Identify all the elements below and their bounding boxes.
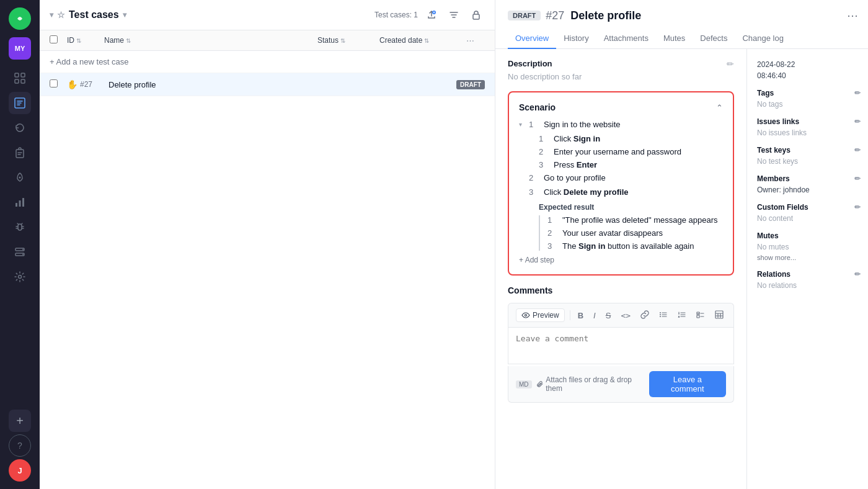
created-sort-icon[interactable]: ⇅ — [424, 37, 429, 44]
main-area: ▾ ☆ Test cases ▾ Test cases: 1 — [40, 0, 868, 489]
tab-changelog[interactable]: Change log — [735, 29, 791, 49]
select-all-checkbox[interactable] — [50, 35, 58, 43]
relations-value: No relations — [757, 281, 861, 290]
sidebar-item-tests[interactable] — [9, 92, 31, 114]
upload-button[interactable] — [423, 6, 440, 24]
col-header-name[interactable]: Name ⇅ — [104, 36, 317, 45]
my-workspace-avatar[interactable]: MY — [9, 37, 31, 60]
svg-rect-1 — [15, 73, 19, 77]
sidebar-item-server[interactable] — [9, 241, 31, 263]
relations-edit-icon[interactable]: ✏ — [854, 270, 861, 279]
test-keys-label: Test keys ✏ — [757, 146, 861, 155]
sub-step-num: 3 — [547, 241, 557, 251]
detail-more-menu[interactable]: ⋯ — [847, 9, 858, 22]
description-section: Description No description so far ✏ — [508, 59, 734, 81]
tab-defects[interactable]: Defects — [693, 29, 735, 49]
description-edit-icon[interactable]: ✏ — [727, 59, 734, 69]
sub-step-text: Press Enter — [554, 160, 597, 169]
detail-body: Description No description so far ✏ Scen… — [495, 49, 868, 489]
members-edit-icon[interactable]: ✏ — [854, 174, 861, 183]
scenario-header: Scenario ⌃ — [519, 102, 723, 112]
sub-step-num: 1 — [539, 134, 549, 143]
sidebar-item-add[interactable]: + — [9, 410, 31, 432]
detail-title: #27 Delete profile — [546, 9, 842, 22]
table-row[interactable]: ✋ #27 Delete profile DRAFT — [40, 73, 495, 96]
sidebar-item-rocket[interactable] — [9, 166, 31, 189]
col-more-menu[interactable]: ⋯ — [466, 36, 485, 45]
italic-button[interactable]: I — [591, 310, 598, 321]
custom-fields-edit-icon[interactable]: ✏ — [854, 203, 861, 212]
expected-step-item: 2 Your user avatar disappears — [547, 228, 723, 238]
sidebar-item-help[interactable]: ? — [9, 434, 31, 457]
col-header-id[interactable]: ID ⇅ — [67, 36, 104, 45]
sidebar-item-refresh[interactable] — [9, 117, 31, 139]
svg-point-21 — [660, 316, 661, 317]
custom-fields-value: No content — [757, 214, 861, 223]
svg-point-18 — [525, 315, 527, 316]
step-toggle-icon[interactable]: ▾ — [519, 189, 529, 195]
custom-fields-section: Custom Fields ✏ No content — [757, 203, 861, 223]
panel-collapse-btn[interactable]: ▾ — [50, 11, 53, 19]
preview-button[interactable]: Preview — [516, 308, 565, 322]
sidebar-item-dashboard[interactable] — [9, 67, 31, 89]
comment-input[interactable] — [508, 327, 734, 364]
tab-overview[interactable]: Overview — [508, 29, 556, 49]
col-header-created[interactable]: Created date ⇅ — [379, 36, 466, 45]
tab-attachments[interactable]: Attachments — [596, 29, 656, 49]
test-keys-edit-icon[interactable]: ✏ — [854, 146, 861, 155]
code-button[interactable]: <> — [618, 310, 633, 321]
issues-label: Issues links ✏ — [757, 117, 861, 126]
add-step-button[interactable]: + Add step — [519, 256, 723, 264]
name-sort-icon[interactable]: ⇅ — [126, 37, 131, 44]
leave-comment-button[interactable]: Leave a comment — [649, 371, 726, 397]
row-checkbox[interactable] — [50, 79, 58, 87]
step-toggle-icon[interactable]: ▾ — [519, 174, 529, 181]
test-keys-value: No test keys — [757, 157, 861, 166]
expected-result-label: Expected result — [539, 203, 723, 212]
step-num: 2 — [529, 173, 539, 182]
svg-rect-24 — [715, 311, 723, 318]
tab-history[interactable]: History — [556, 29, 596, 49]
sidebar-item-clipboard[interactable] — [9, 141, 31, 164]
step-toggle-icon[interactable]: ▾ — [519, 121, 529, 128]
id-sort-icon[interactable]: ⇅ — [76, 37, 81, 44]
app-logo[interactable] — [9, 7, 31, 30]
comments-section: Comments Preview B I S < — [508, 285, 734, 403]
user-avatar[interactable]: J — [9, 459, 31, 482]
table-button[interactable] — [712, 309, 726, 322]
tags-label: Tags ✏ — [757, 89, 861, 97]
svg-point-19 — [660, 312, 661, 313]
status-sort-icon[interactable]: ⇅ — [340, 37, 345, 44]
tags-section: Tags ✏ No tags — [757, 89, 861, 109]
title-chevron-icon[interactable]: ▾ — [123, 11, 126, 19]
link-button[interactable] — [638, 309, 652, 322]
task-list-button[interactable] — [694, 309, 707, 322]
step-num: 1 — [529, 120, 539, 129]
filter-button[interactable] — [445, 6, 463, 24]
svg-rect-17 — [473, 14, 479, 19]
sub-step-num: 2 — [539, 147, 549, 156]
scenario-collapse-btn[interactable]: ⌃ — [716, 103, 723, 112]
attach-files-button[interactable]: Attach files or drag & drop them — [537, 375, 639, 393]
tab-mutes[interactable]: Mutes — [656, 29, 693, 49]
panel-star-btn[interactable]: ☆ — [57, 10, 65, 20]
detail-draft-badge: DRAFT — [508, 11, 541, 20]
bullet-list-button[interactable] — [657, 309, 670, 322]
tags-edit-icon[interactable]: ✏ — [854, 89, 861, 97]
step-list: ▾ 1 Sign in to the website 1 Click Sign … — [519, 120, 723, 197]
numbered-list-button[interactable] — [675, 309, 689, 322]
sidebar-item-settings[interactable] — [9, 266, 31, 288]
expected-step-item: 1 "The profile was deleted" message appe… — [547, 215, 723, 225]
sidebar-item-bug[interactable] — [9, 216, 31, 238]
relations-section: Relations ✏ No relations — [757, 270, 861, 290]
svg-point-20 — [660, 314, 661, 315]
strikethrough-button[interactable]: S — [603, 310, 614, 321]
lock-button[interactable] — [467, 6, 485, 24]
show-more-link[interactable]: show more... — [757, 254, 861, 261]
sidebar-item-chart[interactable] — [9, 191, 31, 213]
comment-toolbar: Preview B I S <> — [508, 303, 734, 327]
bold-button[interactable]: B — [575, 310, 586, 321]
issues-edit-icon[interactable]: ✏ — [854, 117, 861, 126]
col-header-status[interactable]: Status ⇅ — [317, 36, 379, 45]
add-test-case-row[interactable]: + Add a new test case — [40, 51, 495, 73]
